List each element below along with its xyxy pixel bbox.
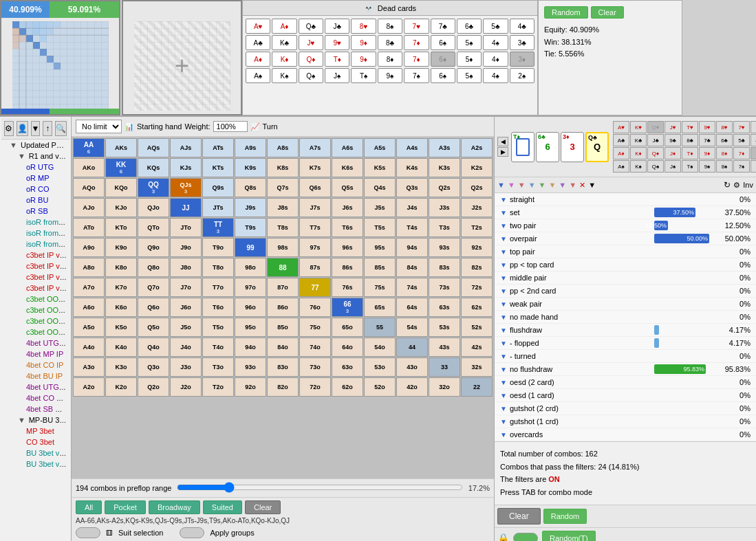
hand-cell-k4o[interactable]: K4o bbox=[105, 338, 137, 357]
hand-cell-t8o[interactable]: T8o bbox=[202, 258, 234, 277]
card-9d2[interactable]: 9♦ bbox=[351, 52, 376, 67]
range-slider[interactable] bbox=[177, 482, 462, 493]
pocket-button[interactable]: Pocket bbox=[105, 500, 146, 514]
card-3c[interactable]: 3♣ bbox=[510, 35, 534, 50]
cs-th[interactable]: T♥ bbox=[682, 121, 698, 133]
hand-cell-77[interactable]: 77 bbox=[299, 278, 331, 297]
hand-cell-kjs[interactable]: KJs bbox=[170, 158, 202, 177]
cs-7h[interactable]: 7♥ bbox=[733, 121, 750, 133]
hand-cell-72o[interactable]: 72o bbox=[299, 377, 331, 397]
hand-cell-66[interactable]: 663 bbox=[332, 298, 363, 317]
hand-cell-k9o[interactable]: K9o bbox=[105, 238, 137, 257]
card-ac[interactable]: Q♣ bbox=[299, 19, 323, 34]
card-8s[interactable]: 8♠ bbox=[378, 19, 402, 34]
hand-cell-86s[interactable]: 86s bbox=[332, 258, 363, 277]
card-5c[interactable]: 5♣ bbox=[483, 19, 508, 34]
card-8h[interactable]: 8♥ bbox=[351, 19, 376, 34]
sidebar-item-co-3bet[interactable]: CO 3bet bbox=[1, 437, 69, 448]
filter-icon[interactable]: ▼ bbox=[31, 121, 41, 136]
cs-8s[interactable]: 8♠ bbox=[716, 160, 733, 173]
cs-ad[interactable]: A♦ bbox=[613, 147, 629, 159]
hand-cell-33[interactable]: 33 bbox=[429, 357, 460, 377]
tree-root-item[interactable]: ▼ Updated PokerPro 202... bbox=[1, 140, 69, 151]
cs-9h[interactable]: 9♥ bbox=[699, 121, 715, 133]
hand-cell-qts[interactable]: Q9s bbox=[202, 178, 234, 197]
card-4c[interactable]: 4♣ bbox=[510, 19, 534, 34]
filter-triangle-set[interactable]: ▼ bbox=[500, 209, 507, 217]
card-8d[interactable]: 8♦ bbox=[378, 52, 402, 67]
hand-cell-74s[interactable]: 74s bbox=[396, 278, 428, 297]
search-icon[interactable]: 🔍 bbox=[55, 121, 67, 136]
hand-cell-j8o[interactable]: J8o bbox=[170, 258, 202, 277]
hand-cell-76s[interactable]: 76s bbox=[332, 278, 363, 297]
card-4s[interactable]: 4♠ bbox=[483, 35, 508, 50]
cs-8d[interactable]: 8♦ bbox=[716, 147, 733, 159]
hand-cell-j9o[interactable]: J9o bbox=[170, 238, 202, 257]
card-ad[interactable]: A♦ bbox=[246, 52, 270, 67]
hand-cell-q6s[interactable]: Q5s bbox=[332, 178, 363, 197]
sidebar-item-c3bet-oop-3[interactable]: c3bet OOP vs 1... bbox=[1, 316, 69, 327]
hand-cell-75o[interactable]: 75o bbox=[299, 318, 331, 337]
hand-cell-j6s[interactable]: J6s bbox=[332, 198, 363, 217]
card-2s[interactable]: 2♠ bbox=[510, 68, 534, 83]
sidebar-item-iso-mp[interactable]: isoR from MP-C... bbox=[1, 217, 69, 228]
sidebar-item-or-bu[interactable]: oR BU bbox=[1, 195, 69, 206]
card-4d[interactable]: 4♦ bbox=[483, 52, 508, 67]
hand-cell-q4o[interactable]: Q4o bbox=[138, 338, 169, 357]
hand-cell-t4o[interactable]: T4o bbox=[202, 338, 234, 357]
hand-cell-q5s[interactable]: Q4s bbox=[364, 178, 396, 197]
hand-cell-j3o[interactable]: J3o bbox=[170, 357, 202, 377]
sidebar-item-4bet-utg-oop[interactable]: 4bet UTG OOP bbox=[1, 382, 69, 393]
hand-cell-62o[interactable]: 62o bbox=[332, 377, 363, 397]
hand-cell-32s[interactable]: 32s bbox=[461, 357, 493, 377]
hand-cell-a4o[interactable]: A4o bbox=[73, 338, 105, 357]
hand-cell-65s[interactable]: 65s bbox=[364, 298, 396, 317]
hand-cell-kto[interactable]: KTo bbox=[105, 218, 137, 237]
hand-cell-j4o[interactable]: J4o bbox=[170, 338, 202, 357]
cs-8c[interactable]: 8♣ bbox=[682, 134, 698, 146]
hand-cell-t2s[interactable]: T2s bbox=[461, 218, 493, 237]
card-5s[interactable]: 5♠ bbox=[457, 35, 482, 50]
limit-dropdown[interactable]: No limit bbox=[76, 120, 122, 133]
hand-cell-a6s[interactable]: A6s bbox=[332, 138, 363, 157]
hand-cell-98s[interactable]: 98s bbox=[267, 238, 299, 257]
hand-cell-a7o[interactable]: A7o bbox=[73, 278, 105, 297]
hand-cell-52s[interactable]: 52s bbox=[461, 318, 493, 337]
hand-cell-54s[interactable]: 54s bbox=[396, 318, 428, 337]
user-icon[interactable]: 👤 bbox=[17, 121, 28, 136]
suited-button[interactable]: Suited bbox=[203, 500, 242, 514]
hand-cell-q5o[interactable]: Q5o bbox=[138, 318, 169, 337]
hand-cell-a9s[interactable]: A9s bbox=[235, 138, 266, 157]
hand-cell-aks[interactable]: AKs bbox=[105, 138, 137, 157]
hand-cell-q3s[interactable]: Q2s bbox=[429, 178, 460, 197]
sidebar-item-4bet-sb-oop[interactable]: 4bet SB OOP bbox=[1, 404, 69, 415]
hand-cell-a6o[interactable]: A6o bbox=[73, 298, 105, 317]
hand-cell-t3s[interactable]: T3s bbox=[429, 218, 460, 237]
card-6s2[interactable]: 6♠ bbox=[431, 68, 455, 83]
sidebar-item-or-co[interactable]: oR CO bbox=[1, 184, 69, 195]
hand-cell-kqo[interactable]: KQo bbox=[105, 178, 137, 197]
hand-cell-q2o[interactable]: Q2o bbox=[138, 377, 169, 397]
cs-6d[interactable]: 6♦ bbox=[750, 147, 756, 159]
card-9d[interactable]: 9♦ bbox=[351, 35, 376, 50]
hand-cell-q4s[interactable]: Q3s bbox=[396, 178, 428, 197]
sidebar-item-iso-bb[interactable]: isoR from BBvs... bbox=[1, 239, 69, 250]
hand-cell-53s[interactable]: 53s bbox=[429, 318, 460, 337]
cs-ac[interactable]: A♣ bbox=[613, 134, 629, 146]
hand-cell-83o[interactable]: 83o bbox=[267, 357, 299, 377]
hand-cell-k6s[interactable]: K6s bbox=[332, 158, 363, 177]
card-5s2[interactable]: 5♠ bbox=[457, 68, 482, 83]
sidebar-item-c3bet-ip-10[interactable]: c3bet IP vs 10-15... bbox=[1, 283, 69, 294]
sidebar-item-or-mp[interactable]: oR MP bbox=[1, 173, 69, 184]
hand-cell-q8s[interactable]: Q7s bbox=[267, 178, 299, 197]
hand-cell-96o[interactable]: 96o bbox=[235, 298, 266, 317]
hand-cell-j2o[interactable]: J2o bbox=[170, 377, 202, 397]
hand-cell-22[interactable]: 22 bbox=[461, 377, 493, 397]
sidebar-item-4bet-utg[interactable]: 4bet UTG IP bbox=[1, 338, 69, 349]
hand-cell-k6o[interactable]: K6o bbox=[105, 298, 137, 317]
hand-cell-k8o[interactable]: K8o bbox=[105, 258, 137, 277]
hand-cell-kqs[interactable]: KQs bbox=[138, 158, 169, 177]
hand-cell-83s[interactable]: 83s bbox=[429, 258, 460, 277]
cs-kc[interactable]: K♣ bbox=[630, 134, 647, 146]
hand-cell-k2o[interactable]: K2o bbox=[105, 377, 137, 397]
